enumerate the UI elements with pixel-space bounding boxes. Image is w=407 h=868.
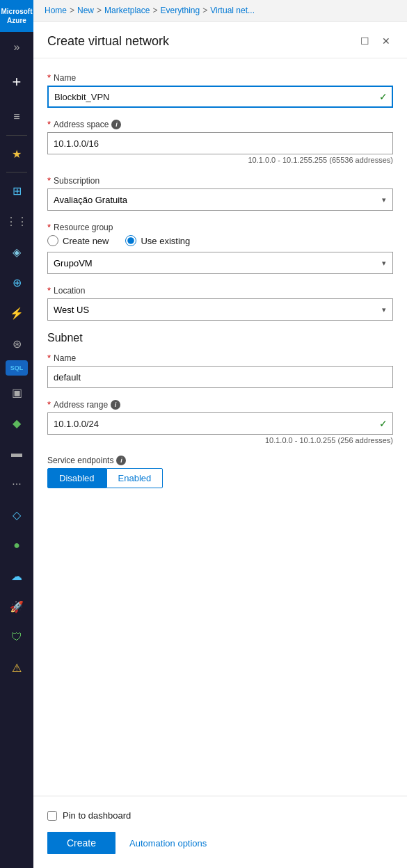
resource-group-select-wrapper: GrupoVM ▾: [47, 252, 393, 274]
subnet-name-input-wrapper: [47, 366, 393, 388]
sidebar-icon-cosmos[interactable]: ⊛: [3, 330, 31, 357]
panel-footer: Pin to dashboard Create Automation optio…: [33, 796, 407, 868]
sidebar-divider-2: [6, 172, 27, 172]
address-space-input-wrapper: [47, 132, 393, 154]
sidebar-icon-shield[interactable]: 🛡: [3, 623, 31, 651]
create-vnet-panel: Create virtual network ☐ ✕ * Name ✓: [33, 22, 407, 868]
panel-title: Create virtual network: [47, 34, 169, 49]
sidebar-icon-menu[interactable]: ≡: [3, 103, 31, 131]
sidebar-icon-vms[interactable]: ▣: [3, 378, 31, 406]
subscription-select[interactable]: Avaliação Gratuita: [47, 188, 393, 211]
disabled-toggle-btn[interactable]: Disabled: [47, 468, 106, 488]
subnet-name-field-group: * Name: [47, 353, 393, 388]
main-content: Home > New > Marketplace > Everything > …: [33, 0, 407, 868]
subscription-label: * Subscription: [47, 175, 393, 186]
sidebar-icon-network[interactable]: ⊕: [3, 268, 31, 296]
breadcrumb-current: Virtual net...: [210, 6, 255, 15]
use-existing-label: Use existing: [141, 236, 190, 246]
resource-group-label: * Resource group: [47, 222, 393, 232]
subscription-select-wrapper: Avaliação Gratuita ▾: [47, 188, 393, 211]
address-range-info-icon[interactable]: i: [111, 400, 120, 410]
service-endpoints-toggle: Disabled Enabled: [47, 468, 393, 488]
sidebar-icon-deploy[interactable]: 🚀: [3, 593, 31, 620]
sidebar-icon-security[interactable]: ●: [3, 531, 31, 559]
name-valid-icon: ✓: [379, 91, 388, 102]
sidebar-divider-1: [6, 135, 27, 136]
sidebar-icon-advisor[interactable]: ⚠: [3, 654, 31, 682]
sidebar-icon-functions[interactable]: ⚡: [3, 299, 31, 327]
sidebar-icon-sql[interactable]: SQL: [6, 360, 28, 376]
sidebar-expand-icon[interactable]: »: [3, 33, 31, 61]
sidebar-icon-dashboard[interactable]: ⊞: [3, 177, 31, 204]
use-existing-radio[interactable]: [125, 235, 136, 246]
create-new-radio[interactable]: [47, 235, 58, 246]
subnet-heading: Subnet: [47, 332, 393, 344]
sidebar-icon-subscriptions[interactable]: ◈: [3, 238, 31, 266]
sidebar-icon-storage[interactable]: ▬: [3, 440, 31, 467]
create-new-label: Create new: [63, 236, 109, 246]
pin-checkbox[interactable]: [47, 811, 57, 821]
address-space-hint: 10.1.0.0 - 10.1.255.255 (65536 addresses…: [47, 156, 393, 164]
panel-controls: ☐ ✕: [358, 33, 393, 49]
sidebar-icon-appservices[interactable]: ◆: [3, 409, 31, 437]
address-range-valid-icon: ✓: [379, 418, 388, 429]
pin-row: Pin to dashboard: [47, 810, 393, 821]
automation-options-link[interactable]: Automation options: [129, 838, 207, 849]
sidebar: Microsoft Azure » + ≡ ★ ⊞ ⋮⋮ ◈ ⊕ ⚡ ⊛ SQL…: [0, 0, 33, 868]
sidebar-icon-all-services[interactable]: ⋮⋮: [3, 207, 31, 235]
breadcrumb-everything[interactable]: Everything: [160, 6, 200, 15]
address-space-field-group: * Address space i 10.1.0.0 - 10.1.255.25…: [47, 119, 393, 164]
resource-group-select[interactable]: GrupoVM: [47, 252, 393, 274]
form-body: * Name ✓ * Address space i 10.1.0.0: [33, 58, 407, 796]
panel-header: Create virtual network ☐ ✕: [33, 22, 407, 58]
use-existing-radio-option[interactable]: Use existing: [125, 235, 190, 246]
create-new-radio-option[interactable]: Create new: [47, 235, 109, 246]
pin-label: Pin to dashboard: [63, 810, 131, 821]
address-range-hint: 10.1.0.0 - 10.1.0.255 (256 addresses): [47, 436, 393, 444]
azure-logo[interactable]: Microsoft Azure: [0, 0, 35, 32]
address-space-label: * Address space i: [47, 119, 393, 129]
sidebar-icon-more[interactable]: ···: [3, 470, 31, 498]
breadcrumb-home[interactable]: Home: [45, 6, 67, 15]
breadcrumb-new[interactable]: New: [77, 6, 94, 15]
location-select-wrapper: West US East US East US 2 West Europe ▾: [47, 298, 393, 321]
sidebar-icon-cloud[interactable]: ☁: [3, 562, 31, 590]
subnet-section: Subnet * Name * Address range: [47, 332, 393, 488]
location-field-group: * Location West US East US East US 2 Wes…: [47, 285, 393, 321]
address-space-input[interactable]: [47, 132, 393, 154]
name-field-group: * Name ✓: [47, 72, 393, 108]
location-label: * Location: [47, 285, 393, 296]
service-endpoints-label: Service endpoints i: [47, 456, 393, 465]
address-space-info-icon[interactable]: i: [111, 120, 121, 129]
service-endpoints-info-icon[interactable]: i: [116, 456, 126, 465]
address-range-label: * Address range i: [47, 399, 393, 410]
name-label: * Name: [47, 72, 393, 83]
resource-group-radio-group: Create new Use existing: [47, 235, 393, 246]
subscription-field-group: * Subscription Avaliação Gratuita ▾: [47, 175, 393, 211]
create-button[interactable]: Create: [47, 832, 115, 854]
sidebar-icon-favorites[interactable]: ★: [3, 140, 31, 168]
service-endpoints-group: Service endpoints i Disabled Enabled: [47, 456, 393, 488]
breadcrumb: Home > New > Marketplace > Everything > …: [33, 0, 407, 22]
location-select[interactable]: West US East US East US 2 West Europe: [47, 298, 393, 321]
logo-line2: Azure: [1, 16, 33, 25]
enabled-toggle-btn[interactable]: Enabled: [106, 468, 163, 488]
name-input-wrapper: ✓: [47, 86, 393, 108]
address-range-input-wrapper: ✓: [47, 412, 393, 435]
resource-group-field-group: * Resource group Create new Use existing: [47, 222, 393, 274]
footer-actions: Create Automation options: [47, 832, 393, 854]
restore-button[interactable]: ☐: [358, 33, 372, 49]
name-input[interactable]: [47, 86, 393, 108]
close-button[interactable]: ✕: [379, 33, 393, 49]
logo-line1: Microsoft: [1, 7, 33, 16]
address-range-field-group: * Address range i ✓ 10.1.0.0 - 10.1.0.25…: [47, 399, 393, 444]
breadcrumb-marketplace[interactable]: Marketplace: [104, 6, 150, 15]
subnet-name-label: * Name: [47, 353, 393, 363]
sidebar-icon-devops[interactable]: ◇: [3, 501, 31, 529]
subnet-name-input[interactable]: [47, 366, 393, 388]
address-range-input[interactable]: [47, 412, 393, 435]
sidebar-add-button[interactable]: +: [3, 68, 31, 96]
